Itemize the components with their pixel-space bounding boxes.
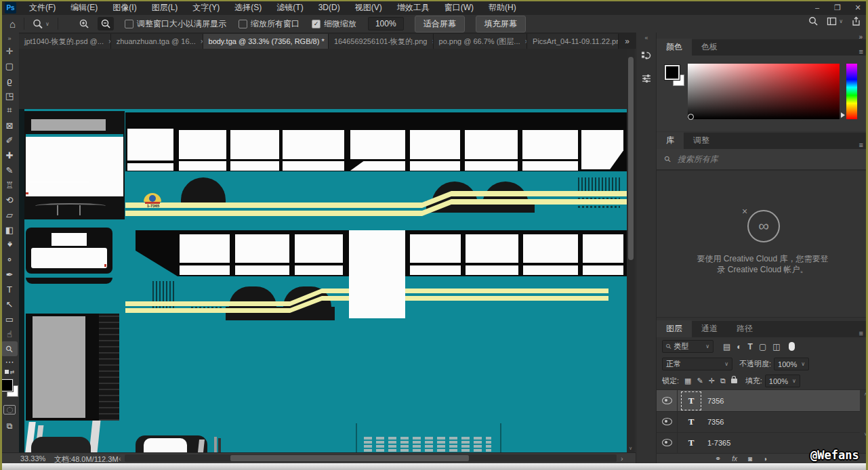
crop-tool[interactable]: ⌗: [1, 103, 18, 118]
menu-3d[interactable]: 3D(D): [311, 0, 348, 15]
tab-color[interactable]: 颜色: [657, 39, 692, 56]
canvas-vertical-scrollbar[interactable]: ∨: [627, 49, 635, 452]
color-gradient-field[interactable]: [688, 64, 840, 119]
canvas-horizontal-scrollbar[interactable]: [125, 454, 617, 462]
color-picker-marker[interactable]: [688, 114, 694, 120]
type-layer-thumbnail[interactable]: T: [683, 393, 699, 408]
menu-select[interactable]: 选择(S): [227, 0, 269, 15]
lock-all-icon[interactable]: [731, 379, 737, 383]
foreground-background-colors[interactable]: [1, 379, 18, 398]
layer-filter-toggle[interactable]: [789, 342, 795, 351]
visibility-toggle[interactable]: [657, 390, 678, 411]
gradient-tool[interactable]: ◧: [1, 222, 18, 237]
fill-field[interactable]: 100%∨: [765, 375, 800, 387]
menu-file[interactable]: 文件(F): [22, 0, 63, 15]
checkbox-scrubby-zoom[interactable]: ✓ 细微缩放: [312, 18, 356, 30]
hue-slider-arrow-icon[interactable]: [841, 112, 845, 118]
checkbox-zoom-all-windows[interactable]: 缩放所有窗口: [239, 18, 299, 30]
photoshop-logo-icon[interactable]: Ps: [5, 2, 16, 14]
visibility-toggle[interactable]: [657, 432, 678, 453]
properties-panel-icon[interactable]: [638, 70, 655, 87]
layer-name[interactable]: 1-7365: [707, 439, 730, 447]
layer-row-7356[interactable]: T 7356: [657, 411, 860, 433]
menu-edit[interactable]: 编辑(E): [63, 0, 105, 15]
path-selection-tool[interactable]: ↖: [1, 297, 18, 312]
visibility-toggle[interactable]: [657, 411, 678, 432]
search-icon[interactable]: [808, 16, 819, 26]
eyedropper-tool[interactable]: ✐: [1, 133, 18, 148]
type-tool[interactable]: T: [1, 282, 18, 297]
toolbar-overflow-icon[interactable]: »: [7, 35, 11, 43]
layer-effects-icon[interactable]: fx: [732, 455, 737, 463]
lock-artboard-icon[interactable]: ⧉: [720, 377, 726, 385]
tab-swatches[interactable]: 色板: [692, 39, 727, 56]
healing-brush-tool[interactable]: ✚: [1, 148, 18, 163]
blur-tool[interactable]: ♠: [1, 237, 18, 252]
scrollbar-thumb[interactable]: [230, 455, 469, 461]
screen-mode-button[interactable]: ⧉: [1, 419, 18, 433]
lock-pixels-icon[interactable]: ✎: [697, 377, 703, 385]
link-layers-icon[interactable]: ⚭: [715, 454, 721, 463]
swap-colors-icon[interactable]: ⇄: [5, 367, 15, 377]
clone-stamp-tool[interactable]: ♖: [1, 177, 18, 192]
menu-plugins[interactable]: 增效工具: [390, 0, 437, 15]
layer-row-7356-selected[interactable]: T 7356: [657, 390, 860, 412]
brush-tool[interactable]: ✎: [1, 163, 18, 177]
zoom-value-field[interactable]: 100%: [368, 17, 404, 30]
foreground-color-swatch[interactable]: [1, 379, 13, 391]
hue-slider[interactable]: [846, 64, 857, 119]
scrollbar-thumb[interactable]: [628, 57, 634, 260]
menu-window[interactable]: 窗口(W): [437, 0, 481, 15]
edit-toolbar-icon[interactable]: ⋯: [1, 356, 18, 367]
filter-smart-objects-icon[interactable]: ◫: [772, 342, 780, 351]
tab-channels[interactable]: 通道: [692, 320, 727, 337]
object-selection-tool[interactable]: ◳: [1, 88, 18, 103]
minimize-button[interactable]: –: [807, 0, 827, 15]
history-brush-tool[interactable]: ⟲: [1, 192, 18, 207]
share-icon[interactable]: [851, 16, 861, 26]
blend-mode-dropdown[interactable]: 正常∨: [662, 358, 732, 370]
menu-help[interactable]: 帮助(H): [481, 0, 524, 15]
panel-menu-icon[interactable]: ≡: [859, 141, 863, 149]
scroll-right-icon[interactable]: ›: [621, 454, 623, 463]
library-search-field[interactable]: ⚲ 搜索所有库: [657, 149, 868, 171]
filter-shape-layers-icon[interactable]: ▢: [759, 342, 766, 351]
layer-name[interactable]: 7356: [707, 397, 724, 405]
fill-screen-button[interactable]: 填充屏幕: [476, 16, 526, 33]
zoom-tool-selected[interactable]: ⚲: [1, 341, 18, 356]
expand-panels-icon[interactable]: «: [644, 35, 648, 41]
tab-body-tga-active[interactable]: body.tga @ 33.3% (7356, RGB/8) * ×: [203, 34, 329, 49]
frame-tool[interactable]: ⊠: [1, 118, 18, 133]
zoom-tool-icon[interactable]: ∨: [30, 17, 52, 30]
tab-adjustments[interactable]: 调整: [684, 132, 719, 149]
menu-filter[interactable]: 滤镜(T): [269, 0, 310, 15]
tab-jpt1040[interactable]: jpt1040-恢复的.psd @... ×: [19, 34, 111, 49]
zoom-out-button[interactable]: [98, 17, 114, 30]
filter-adjustment-layers-icon[interactable]: ◐: [737, 342, 741, 351]
scroll-down-icon[interactable]: ∨: [629, 446, 632, 451]
checkbox-resize-windows[interactable]: 调整窗口大小以满屏显示: [125, 18, 226, 30]
canvas-viewport[interactable]: 1-7365: [19, 49, 627, 452]
tab-po-png[interactable]: po.png @ 66.7% (图层... ×: [434, 34, 528, 49]
shape-tool[interactable]: ▭: [1, 312, 18, 326]
workspace-switcher-icon[interactable]: ∨: [827, 16, 843, 26]
tab-zhuanzhuan[interactable]: zhuanzhuan.tga @ 16... ×: [111, 34, 203, 49]
lasso-tool[interactable]: ϱ: [1, 73, 18, 88]
filter-type-layers-icon[interactable]: T: [748, 342, 753, 351]
zoom-percentage[interactable]: 33.33%: [20, 454, 45, 463]
tab-layers[interactable]: 图层: [657, 320, 692, 337]
history-panel-icon[interactable]: [638, 47, 655, 64]
opacity-field[interactable]: 100%∨: [774, 358, 809, 370]
layer-name[interactable]: 7356: [707, 418, 724, 426]
close-button[interactable]: ✕: [848, 0, 868, 15]
zoom-in-button[interactable]: [76, 17, 92, 30]
adjustment-layer-icon[interactable]: ◑: [763, 455, 767, 463]
lock-transparency-icon[interactable]: ▦: [684, 377, 691, 385]
type-layer-thumbnail[interactable]: T: [683, 435, 699, 450]
lock-position-icon[interactable]: ✛: [709, 377, 715, 385]
menu-type[interactable]: 文字(Y): [185, 0, 227, 15]
tab-libraries[interactable]: 库: [657, 132, 684, 149]
tab-picsart[interactable]: PicsArt_04-11-09.11.22.pn: [527, 34, 619, 49]
restore-button[interactable]: ❐: [827, 0, 848, 15]
tab-paths[interactable]: 路径: [727, 320, 762, 337]
